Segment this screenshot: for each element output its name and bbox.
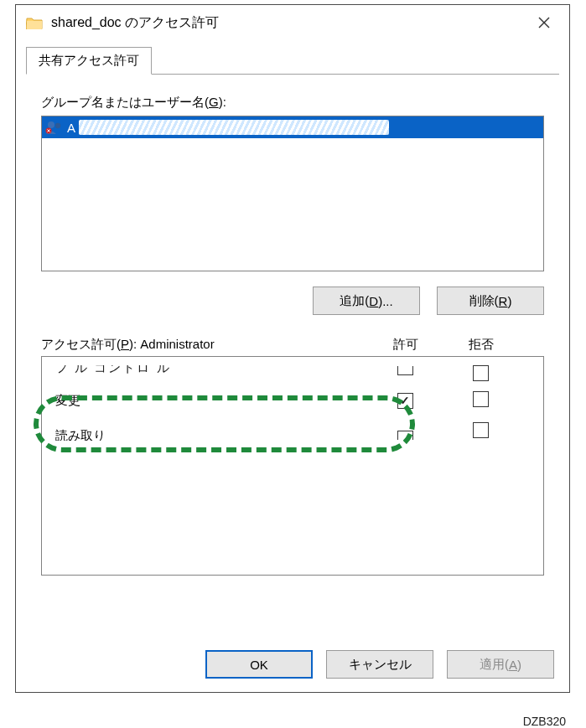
tab-row: 共有アクセス許可: [26, 47, 569, 75]
close-button[interactable]: [524, 10, 564, 35]
tab-panel: グループ名またはユーザー名(G): A: [26, 75, 559, 576]
group-users-label: グループ名またはユーザー名(G):: [41, 95, 544, 111]
redacted-text: [79, 120, 389, 135]
permission-name-change: 変更: [55, 393, 359, 409]
svg-point-3: [55, 123, 60, 128]
cancel-button[interactable]: キャンセル: [326, 650, 433, 679]
table-row: 読み取り: [55, 416, 510, 441]
tab-sharing-permissions[interactable]: 共有アクセス許可: [26, 47, 152, 75]
deny-checkbox-read[interactable]: [473, 422, 489, 438]
figure-caption: DZB320: [523, 715, 566, 728]
allow-checkbox-read[interactable]: [397, 431, 413, 440]
group-users-listbox[interactable]: A: [41, 116, 544, 271]
permission-name: フ ル コントロ ル: [55, 365, 359, 381]
user-icon: [45, 120, 64, 135]
column-header-allow: 許可: [360, 337, 452, 353]
remove-button[interactable]: 削除(R): [437, 287, 544, 315]
list-item[interactable]: A: [42, 116, 543, 138]
folder-icon: [26, 16, 43, 29]
permissions-dialog: shared_doc のアクセス許可 共有アクセス許可 グループ名またはユーザー…: [15, 4, 570, 693]
column-header-deny: 拒否: [452, 337, 511, 353]
deny-checkbox-fullcontrol[interactable]: [473, 365, 489, 381]
permissions-for-label: アクセス許可(P): Administrator: [41, 337, 360, 353]
deny-checkbox-change[interactable]: [473, 391, 489, 407]
list-item-label-prefix: A: [67, 121, 75, 135]
permission-name: 読み取り: [55, 425, 359, 441]
ok-button[interactable]: OK: [205, 650, 313, 679]
apply-button[interactable]: 適用(A): [447, 650, 554, 679]
dialog-title: shared_doc のアクセス許可: [51, 14, 516, 32]
add-button[interactable]: 追加(D)...: [313, 287, 420, 315]
allow-checkbox-change[interactable]: [397, 393, 413, 409]
permissions-listbox: フ ル コントロ ル 変更 読み取り: [41, 356, 544, 576]
table-row: フ ル コントロ ル: [55, 365, 510, 385]
svg-point-2: [48, 121, 54, 128]
table-row: 変更: [55, 385, 510, 416]
titlebar: shared_doc のアクセス許可: [16, 5, 569, 40]
close-icon: [537, 16, 551, 29]
allow-checkbox-fullcontrol[interactable]: [397, 366, 413, 375]
